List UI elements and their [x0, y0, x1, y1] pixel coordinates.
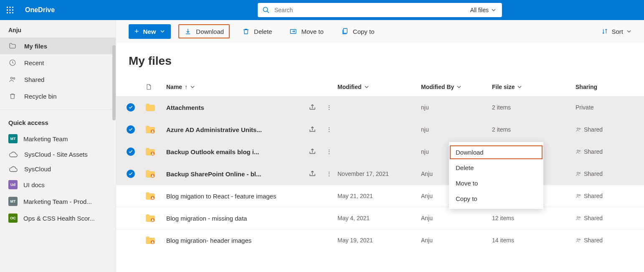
svg-point-31 — [579, 195, 580, 196]
quick-access-item[interactable]: MT Marketing Team — [0, 130, 116, 147]
context-delete[interactable]: Delete — [449, 160, 543, 175]
column-name[interactable]: Name ↑ — [166, 84, 304, 90]
modified-by-cell: Anju — [421, 215, 492, 221]
scrollbar-thumb[interactable] — [112, 45, 116, 120]
table-row[interactable]: Attachments ⋮ nju 2 items Private — [116, 96, 644, 118]
table-row[interactable]: Backup Outlook emails blog i... ⋮ nju 30… — [116, 140, 644, 163]
column-modified-by[interactable]: Modified By — [421, 84, 492, 90]
folder-icon — [145, 125, 155, 134]
app-launcher-button[interactable] — [0, 0, 20, 20]
file-name[interactable]: Backup SharePoint Online - bl... — [166, 170, 304, 178]
svg-rect-4 — [10, 10, 11, 11]
sort-icon — [601, 28, 608, 35]
sharing-cell[interactable]: Shared — [576, 215, 644, 221]
share-action-icon[interactable] — [304, 170, 321, 178]
table-row[interactable]: Blog migation to React - feature images … — [116, 185, 644, 207]
column-file-size[interactable]: File size — [492, 84, 576, 90]
svg-rect-1 — [10, 7, 11, 8]
table-header: Name ↑ Modified Modified By File size Sh… — [116, 78, 644, 96]
context-moveto[interactable]: Move to — [449, 175, 543, 191]
file-table: Name ↑ Modified Modified By File size Sh… — [116, 78, 644, 251]
cloud-icon — [8, 166, 18, 173]
quick-access-label: Marketing Team — [23, 135, 68, 142]
file-name[interactable]: Blog migation to React - feature images — [166, 193, 304, 200]
column-icon — [145, 83, 166, 91]
sidebar-item-shared[interactable]: Shared — [0, 71, 116, 88]
sidebar-item-myfiles[interactable]: My files — [0, 38, 116, 54]
delete-label: Delete — [254, 28, 272, 35]
sort-button[interactable]: Sort — [601, 28, 631, 35]
quick-access-item[interactable]: SysCloud - Site Assets — [0, 147, 116, 162]
quick-access-label: SysCloud - Site Assets — [24, 151, 88, 158]
quick-access-item[interactable]: SysCloud — [0, 162, 116, 176]
plus-icon: + — [134, 27, 139, 36]
sidebar-item-label: Recent — [24, 59, 44, 66]
copyto-button[interactable]: Copy to — [336, 25, 380, 38]
share-action-icon[interactable] — [304, 148, 321, 155]
sharing-cell[interactable]: Shared — [576, 170, 644, 177]
sidebar-item-label: Recycle bin — [24, 93, 57, 100]
file-name[interactable]: Azure AD Administrative Units... — [166, 126, 304, 133]
quick-access-item[interactable]: MT Marketing Team - Prod... — [0, 193, 116, 210]
cloud-icon — [8, 151, 18, 158]
search-box[interactable]: All files — [258, 3, 502, 17]
table-row[interactable]: Blog migration- header images May 19, 20… — [116, 229, 644, 251]
search-scope-dropdown[interactable]: All files — [464, 7, 502, 13]
file-name[interactable]: Blog migration - missing data — [166, 215, 304, 222]
svg-line-10 — [267, 11, 269, 13]
svg-point-13 — [13, 78, 15, 79]
svg-rect-6 — [7, 12, 8, 13]
svg-point-23 — [579, 150, 580, 152]
sharing-cell[interactable]: Shared — [576, 126, 644, 133]
svg-point-33 — [152, 219, 153, 220]
sharing-cell[interactable]: Shared — [576, 237, 644, 244]
more-actions-icon[interactable]: ⋮ — [321, 126, 337, 133]
file-name[interactable]: Attachments — [166, 104, 304, 111]
search-input[interactable] — [274, 7, 464, 13]
column-sharing[interactable]: Sharing — [576, 84, 644, 90]
delete-button[interactable]: Delete — [237, 25, 277, 38]
row-check-icon[interactable] — [127, 125, 135, 134]
context-copyto[interactable]: Copy to — [449, 191, 543, 206]
svg-point-19 — [579, 128, 580, 130]
new-button[interactable]: + New — [129, 24, 171, 39]
quick-access-item[interactable]: Ud UI docs — [0, 176, 116, 193]
table-row[interactable]: Backup SharePoint Online - bl... ⋮ Novem… — [116, 163, 644, 185]
table-row[interactable]: Blog migration - missing data May 4, 202… — [116, 207, 644, 229]
svg-point-39 — [579, 239, 580, 240]
sidebar-item-recent[interactable]: Recent — [0, 54, 116, 71]
sharing-cell[interactable]: Private — [576, 104, 644, 111]
size-cell: 12 items — [492, 215, 576, 221]
table-row[interactable]: Azure AD Administrative Units... ⋮ nju 2… — [116, 118, 644, 140]
chevron-down-icon — [190, 84, 195, 89]
delete-icon — [242, 28, 250, 35]
modified-cell: May 21, 2021 — [337, 193, 421, 199]
row-check-icon[interactable] — [127, 147, 135, 156]
app-name[interactable]: OneDrive — [25, 6, 55, 14]
context-download[interactable]: Download — [449, 145, 543, 160]
svg-point-37 — [152, 241, 153, 242]
sharing-cell[interactable]: Shared — [576, 193, 644, 199]
sharing-cell[interactable]: Shared — [576, 148, 644, 155]
more-actions-icon[interactable]: ⋮ — [321, 104, 337, 111]
folder-icon — [145, 170, 155, 178]
sidebar-item-recyclebin[interactable]: Recycle bin — [0, 88, 116, 104]
clock-icon — [8, 58, 17, 67]
row-check-icon[interactable] — [127, 103, 135, 112]
more-actions-icon[interactable]: ⋮ — [321, 148, 337, 155]
file-name[interactable]: Blog migration- header images — [166, 237, 304, 244]
quick-access-item[interactable]: OC Ops & CSS Health Scor... — [0, 210, 116, 226]
moveto-button[interactable]: Move to — [284, 25, 328, 38]
download-button[interactable]: Download — [178, 24, 230, 38]
folder-icon — [145, 214, 155, 222]
file-name[interactable]: Backup Outlook emails blog i... — [166, 148, 304, 155]
share-action-icon[interactable] — [304, 126, 321, 133]
sort-asc-icon: ↑ — [185, 84, 188, 90]
search-scope-label: All files — [470, 7, 489, 13]
column-modified[interactable]: Modified — [337, 84, 421, 90]
share-action-icon[interactable] — [304, 104, 321, 111]
svg-point-26 — [577, 172, 579, 174]
svg-point-30 — [577, 194, 579, 196]
more-actions-icon[interactable]: ⋮ — [321, 170, 337, 177]
row-check-icon[interactable] — [127, 170, 135, 178]
